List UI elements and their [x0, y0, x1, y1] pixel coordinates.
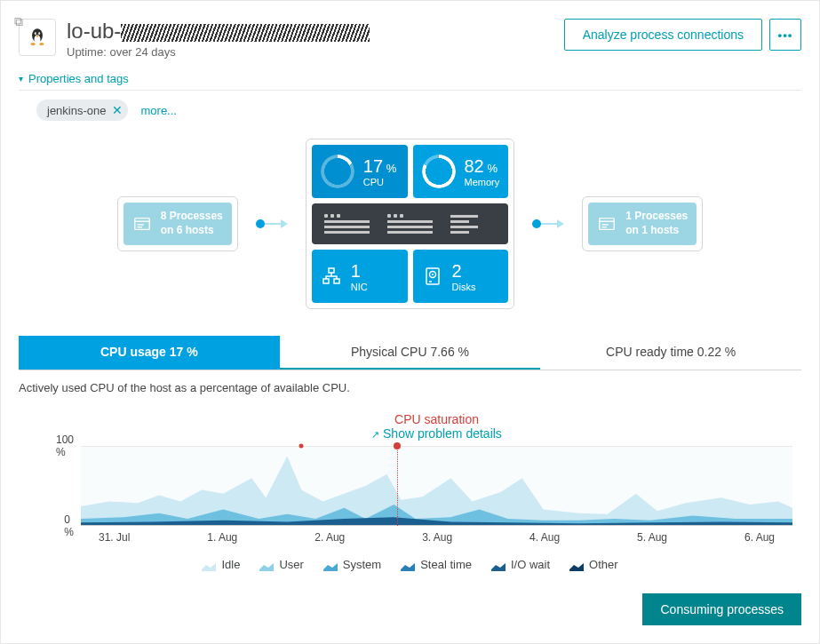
x-tick: 2. Aug: [314, 531, 345, 544]
server-graphic: [312, 203, 508, 244]
svg-rect-15: [426, 268, 439, 284]
problem-annotation: CPU saturation ↗ Show problem details: [72, 412, 801, 441]
svg-point-4: [36, 33, 36, 34]
tab-cpu-ready[interactable]: CPU ready time 0.22 %: [540, 336, 801, 370]
connector-arrow: [256, 219, 288, 228]
legend-user[interactable]: User: [259, 558, 303, 571]
event-marker-line: [397, 446, 398, 526]
external-link-icon: ↗: [371, 429, 379, 440]
event-marker-dot[interactable]: [394, 442, 401, 449]
x-tick: 6. Aug: [744, 531, 775, 544]
tag-pill[interactable]: jenkins-one ✕: [36, 99, 128, 121]
properties-and-tags-toggle[interactable]: ▾ Properties and tags: [19, 72, 801, 85]
y-tick-0: 0 %: [64, 513, 81, 538]
legend-idle[interactable]: Idle: [202, 558, 240, 571]
x-tick: 4. Aug: [529, 531, 560, 544]
tab-cpu-usage[interactable]: CPU usage 17 %: [19, 336, 280, 370]
show-problem-details-link[interactable]: ↗ Show problem details: [72, 426, 801, 441]
title-obfuscated: [121, 24, 370, 42]
disks-tile[interactable]: 2Disks: [413, 250, 509, 303]
svg-point-7: [39, 43, 44, 45]
outgoing-processes-card[interactable]: 1 Processeson 1 hosts: [582, 196, 703, 250]
uptime-text: Uptime: over 24 days: [67, 45, 370, 59]
processes-icon: [597, 214, 617, 234]
metric-tabs: CPU usage 17 % Physical CPU 7.66 % CPU r…: [19, 336, 801, 370]
connector-arrow: [532, 219, 564, 228]
cpu-usage-chart[interactable]: 100 % 0 % 31. Jul 1. Aug 2. Aug 3. Aug 4…: [81, 446, 792, 544]
chevron-down-icon: ▾: [19, 74, 23, 83]
svg-rect-14: [334, 279, 339, 283]
svg-rect-8: [134, 219, 149, 230]
analyze-process-connections-button[interactable]: Analyze process connections: [564, 19, 762, 51]
nic-tile[interactable]: 1NIC: [312, 250, 408, 303]
linux-penguin-icon: [26, 26, 49, 49]
nic-icon: [321, 266, 342, 287]
memory-tile[interactable]: 82 %Memory: [413, 145, 509, 198]
y-tick-100: 100 %: [56, 433, 81, 458]
tag-label: jenkins-one: [47, 104, 107, 117]
divider: [19, 90, 801, 91]
more-menu-button[interactable]: •••: [769, 19, 801, 51]
problem-title: CPU saturation: [72, 412, 801, 426]
disk-icon: [422, 266, 443, 287]
memory-donut-icon: [422, 155, 456, 188]
processes-icon: [132, 214, 152, 234]
stack-icon: ⧉: [14, 14, 23, 29]
event-marker-dot-secondary[interactable]: [299, 444, 304, 449]
svg-point-5: [39, 33, 40, 34]
svg-point-6: [30, 43, 35, 45]
svg-rect-19: [600, 219, 615, 230]
host-tiles: 17 %CPU 82 %Memory 1NIC 2Disks: [306, 139, 514, 309]
host-icon: ⧉: [19, 19, 56, 56]
page-title: lo-ub-: [67, 19, 370, 44]
incoming-processes-card[interactable]: 8 Processeson 6 hosts: [117, 196, 238, 250]
x-tick: 5. Aug: [637, 531, 667, 544]
consuming-processes-button[interactable]: Consuming processes: [642, 593, 801, 625]
legend-other[interactable]: Other: [569, 558, 618, 571]
legend-io[interactable]: I/O wait: [491, 558, 550, 571]
more-tags-link[interactable]: more...: [141, 104, 177, 117]
svg-point-17: [432, 274, 434, 275]
tag-remove-icon[interactable]: ✕: [112, 103, 123, 117]
x-tick: 31. Jul: [99, 531, 130, 544]
svg-rect-13: [323, 279, 329, 283]
tab-description: Actively used CPU of the host as a perce…: [19, 381, 801, 394]
cpu-donut-icon: [321, 155, 354, 188]
svg-rect-12: [329, 268, 334, 273]
x-tick: 1. Aug: [207, 531, 237, 544]
tab-physical-cpu[interactable]: Physical CPU 7.66 %: [280, 336, 541, 370]
legend-steal[interactable]: Steal time: [401, 558, 472, 571]
cpu-tile[interactable]: 17 %CPU: [312, 145, 408, 198]
chart-legend: Idle User System Steal time I/O wait Oth…: [19, 558, 801, 571]
x-axis: 31. Jul 1. Aug 2. Aug 3. Aug 4. Aug 5. A…: [81, 531, 792, 544]
x-tick: 3. Aug: [422, 531, 452, 544]
legend-system[interactable]: System: [323, 558, 381, 571]
